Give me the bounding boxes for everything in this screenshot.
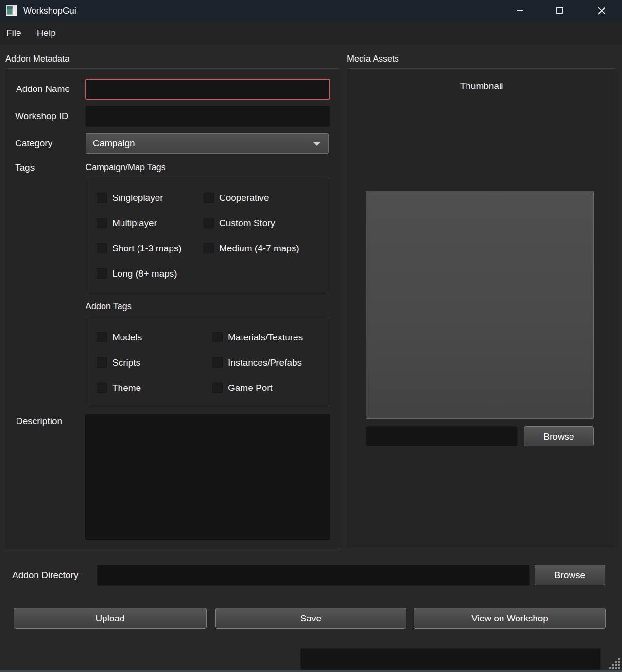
chevron-down-icon xyxy=(313,142,321,146)
checkbox-models[interactable] xyxy=(97,332,107,342)
checkbox-medium[interactable] xyxy=(204,243,214,253)
checkbox-singleplayer[interactable] xyxy=(97,193,107,203)
addon-name-input[interactable] xyxy=(85,79,330,100)
media-assets-title: Media Assets xyxy=(347,54,399,64)
minimize-icon xyxy=(517,10,523,11)
checkbox-theme[interactable] xyxy=(97,383,107,393)
thumbnail-browse-button[interactable]: Browse xyxy=(524,426,594,446)
tag-item[interactable]: Cooperative xyxy=(204,192,329,203)
tag-item[interactable]: Singleplayer xyxy=(97,192,204,203)
window-bottom-edge xyxy=(0,670,622,672)
save-button[interactable]: Save xyxy=(215,608,406,629)
tag-item[interactable]: Scripts xyxy=(97,357,212,368)
addon-name-label: Addon Name xyxy=(16,84,70,94)
minimize-button[interactable] xyxy=(505,0,535,21)
view-on-workshop-button[interactable]: View on Workshop xyxy=(414,608,606,629)
tags-label: Tags xyxy=(15,162,35,173)
thumbnail-label: Thumbnail xyxy=(347,81,616,91)
app-icon xyxy=(6,5,17,16)
maximize-icon xyxy=(556,7,563,14)
status-input[interactable] xyxy=(300,648,601,670)
campaign-map-tags-group: Singleplayer Cooperative Multiplayer Cus… xyxy=(86,177,329,293)
maximize-button[interactable] xyxy=(545,0,574,21)
close-icon xyxy=(598,7,605,15)
checkbox-scripts[interactable] xyxy=(97,357,107,368)
thumbnail-path-input[interactable] xyxy=(366,426,518,446)
checkbox-instances-prefabs[interactable] xyxy=(212,357,223,368)
tag-item[interactable]: Instances/Prefabs xyxy=(212,357,329,368)
menu-help[interactable]: Help xyxy=(29,21,64,45)
campaign-map-tags-title: Campaign/Map Tags xyxy=(86,162,166,173)
tag-item[interactable]: Multiplayer xyxy=(97,217,204,229)
addon-directory-input[interactable] xyxy=(97,565,530,586)
tag-item[interactable]: Materials/Textures xyxy=(212,332,329,343)
tag-item[interactable]: Long (8+ maps) xyxy=(97,268,204,279)
checkbox-custom-story[interactable] xyxy=(204,218,214,228)
workshop-id-input[interactable] xyxy=(85,106,330,127)
addon-directory-label: Addon Directory xyxy=(12,570,78,581)
close-button[interactable] xyxy=(587,0,616,21)
addon-metadata-title: Addon Metadata xyxy=(5,54,69,64)
checkbox-game-port[interactable] xyxy=(212,383,223,393)
checkbox-cooperative[interactable] xyxy=(204,193,214,203)
checkbox-multiplayer[interactable] xyxy=(97,218,107,228)
upload-button[interactable]: Upload xyxy=(14,608,207,629)
tag-item[interactable]: Short (1-3 maps) xyxy=(97,243,204,254)
category-selected-value: Campaign xyxy=(93,138,135,149)
description-label: Description xyxy=(16,416,62,426)
checkbox-short[interactable] xyxy=(97,243,107,253)
tag-item[interactable]: Custom Story xyxy=(204,217,329,229)
checkbox-materials-textures[interactable] xyxy=(212,332,223,342)
checkbox-long[interactable] xyxy=(97,268,107,279)
tag-item[interactable]: Medium (4-7 maps) xyxy=(204,243,329,254)
category-label: Category xyxy=(15,138,52,149)
workshop-id-label: Workshop ID xyxy=(15,111,68,122)
title-bar: WorkshopGui xyxy=(0,0,622,21)
addon-tags-group: Models Materials/Textures Scripts Instan… xyxy=(86,317,329,407)
thumbnail-preview xyxy=(366,191,594,419)
menu-bar: File Help xyxy=(0,21,622,45)
tag-item[interactable]: Game Port xyxy=(212,382,329,393)
tag-item[interactable]: Theme xyxy=(97,382,212,393)
description-textarea[interactable] xyxy=(85,414,330,540)
resize-grip[interactable] xyxy=(607,656,621,670)
menu-file[interactable]: File xyxy=(0,21,29,45)
tag-item[interactable]: Models xyxy=(97,332,212,343)
addon-directory-browse-button[interactable]: Browse xyxy=(535,565,605,585)
category-dropdown[interactable]: Campaign xyxy=(86,133,329,154)
window-title: WorkshopGui xyxy=(23,0,76,21)
addon-tags-title: Addon Tags xyxy=(86,301,132,312)
